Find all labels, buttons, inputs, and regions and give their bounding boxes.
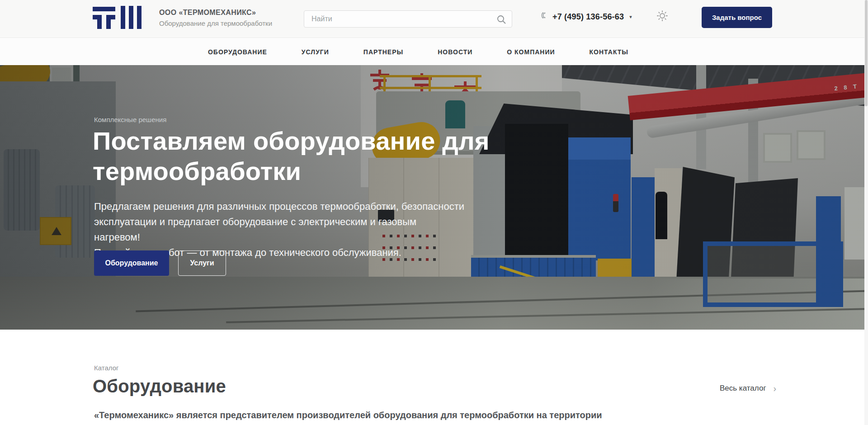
catalog-intro-text: «Термомеханикс» является представителем …	[94, 410, 602, 420]
company-tagline: Оборудование для термообработки	[159, 19, 272, 27]
header: ООО «ТЕРМОМЕХАНИКС» Оборудование для тер…	[0, 0, 868, 38]
hero-title: Поставляем оборудование длятермообработк…	[93, 126, 590, 186]
nav-item-partners[interactable]: ПАРТНЕРЫ	[363, 48, 403, 56]
page: ООО «ТЕРМОМЕХАНИКС» Оборудование для тер…	[0, 0, 868, 425]
theme-sun-icon[interactable]	[656, 10, 668, 22]
phone-number[interactable]: +7 (495) 136-56-63	[552, 12, 624, 22]
catalog-eyebrow: Каталог	[94, 364, 119, 372]
nav-item-about[interactable]: О КОМПАНИИ	[507, 48, 555, 56]
catalog-title: Оборудование	[93, 376, 226, 397]
nav-item-contacts[interactable]: КОНТАКТЫ	[590, 48, 628, 56]
search-icon[interactable]	[496, 14, 506, 24]
full-catalog-link[interactable]: Весь каталог ›	[720, 384, 776, 393]
nav-item-services[interactable]: УСЛУГИ	[302, 48, 329, 56]
phone-dropdown[interactable]: +7 (495) 136-56-63 ▾	[541, 12, 632, 22]
nav-item-news[interactable]: НОВОСТИ	[438, 48, 472, 56]
services-button[interactable]: Услуги	[178, 250, 226, 276]
chevron-down-icon: ▾	[629, 14, 632, 20]
phone-icon	[541, 12, 548, 22]
chevron-right-icon: ›	[774, 385, 777, 392]
company-logo-icon[interactable]	[93, 6, 142, 29]
hero-buttons: Оборудование Услуги	[94, 250, 226, 276]
catalog-section: Каталог Оборудование Весь каталог › «Тер…	[0, 330, 868, 425]
hero-title-line1: Поставляем оборудование для	[93, 127, 490, 155]
equipment-button[interactable]: Оборудование	[94, 250, 169, 276]
scrollbar-track[interactable]	[864, 0, 868, 425]
scrollbar-thumb[interactable]	[865, 0, 868, 106]
search-box	[304, 10, 512, 28]
hero-content: Комплексные решения Поставляем оборудова…	[0, 65, 868, 330]
hero-banner: 2 8 T Комплексные решения Поставляем обо…	[0, 65, 868, 330]
nav-item-equipment[interactable]: ОБОРУДОВАНИЕ	[208, 48, 267, 56]
full-catalog-label[interactable]: Весь каталог	[720, 384, 766, 393]
nav-list: ОБОРУДОВАНИЕ УСЛУГИ ПАРТНЕРЫ НОВОСТИ О К…	[208, 48, 628, 56]
hero-title-line2: термообработки	[93, 157, 301, 185]
hero-description-line: эксплуатации и предлагает оборудование с…	[94, 214, 465, 245]
hero-eyebrow: Комплексные решения	[94, 116, 166, 123]
main-navigation: ОБОРУДОВАНИЕ УСЛУГИ ПАРТНЕРЫ НОВОСТИ О К…	[0, 38, 868, 65]
search-input[interactable]	[311, 11, 492, 27]
brand-text: ООО «ТЕРМОМЕХАНИКС» Оборудование для тер…	[159, 9, 272, 27]
ask-question-button[interactable]: Задать вопрос	[702, 7, 772, 28]
hero-description-line: Предлагаем решения для различных процесс…	[94, 199, 465, 214]
company-name: ООО «ТЕРМОМЕХАНИКС»	[159, 9, 272, 17]
